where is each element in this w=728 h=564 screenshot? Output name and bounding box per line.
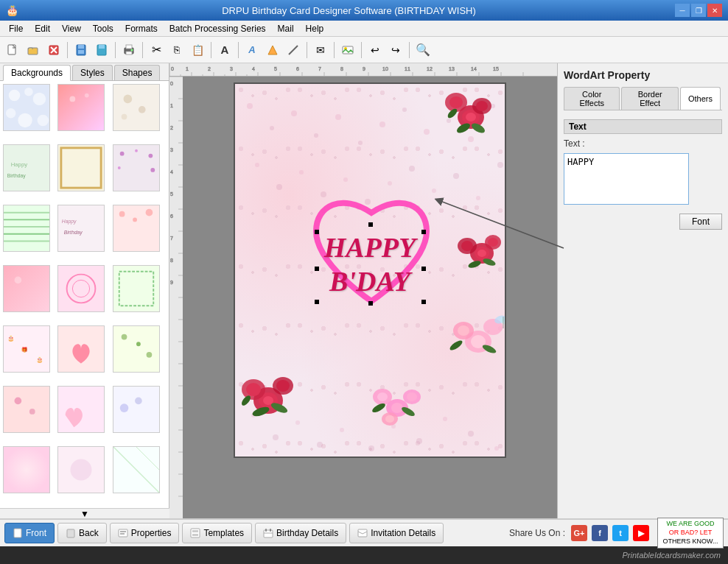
bg-thumb-20[interactable] [57, 446, 105, 493]
bg-thumb-5[interactable] [57, 144, 105, 191]
google-plus-icon[interactable]: G+ [571, 525, 587, 541]
shapes-tool[interactable] [263, 40, 282, 60]
print-button[interactable] [119, 40, 139, 60]
bg-thumb-21[interactable] [113, 446, 160, 493]
bg-thumb-6[interactable] [113, 144, 160, 191]
svg-point-162 [424, 129, 430, 135]
svg-rect-251 [358, 529, 367, 537]
menu-view[interactable]: View [56, 22, 87, 35]
ruler-horizontal: // We'll draw ruler ticks with CSS appro… [169, 63, 557, 77]
bg-thumb-9[interactable] [113, 205, 160, 252]
minimize-button[interactable]: ─ [675, 4, 690, 17]
svg-rect-239 [14, 529, 21, 537]
separator-7 [334, 42, 335, 58]
undo-button[interactable]: ↩ [365, 40, 385, 60]
zoom-in-button[interactable]: 🔍 [413, 40, 433, 60]
bg-thumb-15[interactable] [113, 325, 160, 373]
bg-thumb-18[interactable] [113, 386, 160, 433]
redo-button[interactable]: ↪ [386, 40, 405, 60]
toolbar: ✂ ⎘ 📋 A A ✉ ↩ ↪ 🔍 [0, 37, 728, 63]
saveas-button[interactable] [92, 40, 111, 60]
menu-edit[interactable]: Edit [29, 22, 56, 35]
close-button[interactable]: ✕ [707, 4, 722, 17]
line-tool[interactable] [284, 40, 303, 60]
tab-shapes[interactable]: Shapes [114, 65, 161, 80]
invitation-details-button[interactable]: Invitation Details [349, 523, 444, 543]
svg-point-187 [468, 431, 474, 437]
card-text[interactable]: HAPPY B'DAY [235, 231, 505, 298]
facebook-icon[interactable]: f [592, 525, 608, 541]
front-button[interactable]: Front [4, 523, 55, 543]
properties-button[interactable]: Properties [110, 523, 180, 543]
bg-thumb-4[interactable]: Happy Birthday [3, 144, 50, 191]
svg-text:6: 6 [296, 66, 299, 71]
bg-thumb-7[interactable] [3, 205, 50, 252]
menu-file[interactable]: File [3, 22, 29, 35]
bg-thumb-8[interactable]: Happy Birthday [57, 205, 105, 252]
svg-point-54 [133, 217, 137, 222]
bg-thumb-17[interactable] [57, 386, 105, 433]
tab-others[interactable]: Others [680, 87, 721, 110]
wordart-button[interactable]: A [242, 40, 262, 60]
bg-thumb-3[interactable] [113, 84, 160, 131]
menu-batch[interactable]: Batch Processing Series [164, 22, 272, 35]
delete-button[interactable] [44, 40, 63, 60]
tab-border-effect[interactable]: Border Effect [621, 87, 679, 110]
bg-thumb-19[interactable] [3, 446, 50, 493]
tab-color-effects[interactable]: Color Effects [564, 87, 620, 110]
svg-point-26 [70, 96, 76, 102]
copy-button[interactable]: ⎘ [167, 40, 186, 60]
templates-button[interactable]: Templates [182, 523, 252, 543]
svg-text:2: 2 [208, 66, 211, 71]
svg-rect-6 [78, 45, 84, 49]
svg-text:15: 15 [493, 66, 499, 71]
text-button[interactable]: A [215, 40, 234, 60]
bg-thumb-11[interactable] [57, 265, 105, 312]
font-button[interactable]: Font [679, 214, 722, 230]
svg-point-169 [321, 191, 326, 197]
menu-help[interactable]: Help [300, 22, 330, 35]
rating-badge[interactable]: WE ARE GOOD OR BAD? LET OTHERS KNOW... [657, 518, 724, 548]
twitter-icon[interactable]: t [612, 525, 629, 541]
tab-backgrounds[interactable]: Backgrounds [3, 65, 71, 81]
svg-text:10: 10 [382, 66, 388, 71]
bg-thumb-14[interactable] [57, 325, 105, 373]
text-section-label: Text [564, 119, 722, 134]
tab-styles[interactable]: Styles [72, 65, 113, 80]
separator-1 [67, 42, 68, 58]
paste-button[interactable]: 📋 [188, 40, 207, 60]
svg-point-19 [9, 90, 21, 102]
save-button[interactable] [71, 40, 91, 60]
bg-thumb-13[interactable]: 🎂 🎁 🎂 [3, 325, 50, 373]
bg-thumb-2[interactable] [57, 84, 105, 131]
svg-rect-61 [113, 266, 159, 311]
menu-tools[interactable]: Tools [87, 22, 119, 35]
email-button[interactable]: ✉ [311, 40, 330, 60]
svg-rect-75 [58, 387, 104, 432]
svg-point-69 [121, 334, 127, 340]
scroll-down-arrow[interactable]: ▼ [0, 508, 169, 518]
svg-point-23 [18, 113, 32, 127]
svg-text:1: 1 [170, 103, 173, 108]
bg-thumb-10[interactable] [3, 265, 50, 312]
back-button[interactable]: Back [57, 523, 107, 543]
bg-thumb-16[interactable] [3, 386, 50, 433]
svg-point-212 [377, 392, 388, 401]
image-button[interactable] [338, 40, 357, 60]
svg-point-161 [402, 107, 407, 112]
menu-formats[interactable]: Formats [119, 22, 164, 35]
youtube-icon[interactable]: ▶ [633, 525, 649, 541]
birthday-details-button[interactable]: Birthday Details [255, 523, 346, 543]
bg-thumb-12[interactable] [113, 265, 160, 312]
restore-button[interactable]: ❐ [691, 4, 706, 17]
birthday-card[interactable]: HAPPY B'DAY [234, 82, 506, 458]
cut-button[interactable]: ✂ [147, 40, 166, 60]
text-input[interactable]: HAPPY [564, 153, 689, 205]
svg-point-195 [476, 101, 488, 111]
menu-mail[interactable]: Mail [272, 22, 300, 35]
bg-thumb-1[interactable] [3, 84, 50, 131]
new-button[interactable] [3, 40, 22, 60]
open-button[interactable] [24, 40, 43, 60]
card-container: HAPPY B'DAY [183, 77, 557, 518]
svg-text:9: 9 [363, 66, 365, 71]
